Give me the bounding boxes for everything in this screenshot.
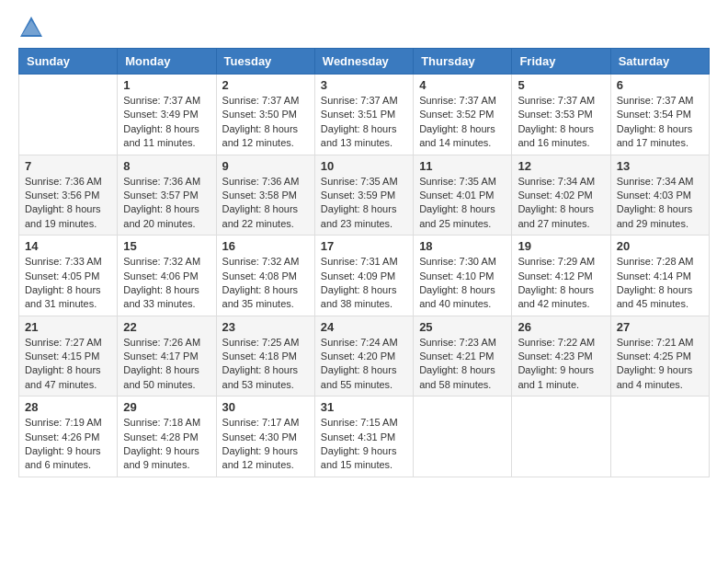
calendar-cell: 23Sunrise: 7:25 AM Sunset: 4:18 PM Dayli… (216, 316, 314, 396)
calendar-cell: 10Sunrise: 7:35 AM Sunset: 3:59 PM Dayli… (314, 155, 413, 236)
day-info: Sunrise: 7:18 AM Sunset: 4:28 PM Dayligh… (123, 416, 210, 473)
day-info: Sunrise: 7:34 AM Sunset: 4:02 PM Dayligh… (518, 175, 604, 232)
calendar-cell: 6Sunrise: 7:37 AM Sunset: 3:54 PM Daylig… (610, 75, 709, 155)
day-number: 20 (617, 239, 703, 253)
day-number: 10 (321, 159, 407, 173)
calendar-cell: 26Sunrise: 7:22 AM Sunset: 4:23 PM Dayli… (512, 316, 610, 396)
page-header (0, 0, 728, 48)
day-info: Sunrise: 7:37 AM Sunset: 3:51 PM Dayligh… (321, 94, 407, 151)
calendar-cell: 11Sunrise: 7:35 AM Sunset: 4:01 PM Dayli… (414, 155, 512, 236)
calendar-week-1: 1Sunrise: 7:37 AM Sunset: 3:49 PM Daylig… (19, 75, 710, 155)
day-number: 23 (222, 320, 309, 334)
calendar-cell: 19Sunrise: 7:29 AM Sunset: 4:12 PM Dayli… (512, 236, 610, 316)
calendar-cell: 5Sunrise: 7:37 AM Sunset: 3:53 PM Daylig… (512, 75, 610, 155)
day-number: 25 (419, 320, 506, 334)
calendar-cell: 18Sunrise: 7:30 AM Sunset: 4:10 PM Dayli… (414, 236, 512, 316)
day-info: Sunrise: 7:29 AM Sunset: 4:12 PM Dayligh… (518, 255, 604, 312)
day-info: Sunrise: 7:32 AM Sunset: 4:06 PM Dayligh… (123, 255, 210, 312)
day-number: 2 (222, 78, 309, 92)
day-number: 14 (25, 239, 111, 253)
day-number: 22 (123, 320, 210, 334)
day-info: Sunrise: 7:27 AM Sunset: 4:15 PM Dayligh… (25, 336, 111, 393)
day-number: 9 (222, 159, 309, 173)
calendar-cell: 29Sunrise: 7:18 AM Sunset: 4:28 PM Dayli… (118, 396, 216, 477)
day-number: 24 (321, 320, 407, 334)
calendar-cell (610, 396, 709, 477)
day-number: 17 (321, 239, 407, 253)
day-info: Sunrise: 7:37 AM Sunset: 3:50 PM Dayligh… (222, 94, 309, 151)
calendar-week-4: 21Sunrise: 7:27 AM Sunset: 4:15 PM Dayli… (19, 316, 710, 396)
day-number: 15 (123, 239, 210, 253)
calendar-week-2: 7Sunrise: 7:36 AM Sunset: 3:56 PM Daylig… (19, 155, 710, 236)
day-info: Sunrise: 7:19 AM Sunset: 4:26 PM Dayligh… (25, 416, 111, 473)
calendar-week-3: 14Sunrise: 7:33 AM Sunset: 4:05 PM Dayli… (19, 236, 710, 316)
day-number: 12 (518, 159, 604, 173)
day-number: 7 (25, 159, 111, 173)
day-info: Sunrise: 7:36 AM Sunset: 3:58 PM Dayligh… (222, 175, 309, 232)
day-number: 3 (321, 78, 407, 92)
calendar-body: 1Sunrise: 7:37 AM Sunset: 3:49 PM Daylig… (19, 75, 710, 477)
day-info: Sunrise: 7:23 AM Sunset: 4:21 PM Dayligh… (419, 336, 506, 393)
day-info: Sunrise: 7:30 AM Sunset: 4:10 PM Dayligh… (419, 255, 506, 312)
calendar-cell: 13Sunrise: 7:34 AM Sunset: 4:03 PM Dayli… (610, 155, 709, 236)
day-number: 27 (617, 320, 703, 334)
day-info: Sunrise: 7:35 AM Sunset: 3:59 PM Dayligh… (321, 175, 407, 232)
day-number: 28 (25, 400, 111, 414)
day-info: Sunrise: 7:32 AM Sunset: 4:08 PM Dayligh… (222, 255, 309, 312)
calendar-cell: 20Sunrise: 7:28 AM Sunset: 4:14 PM Dayli… (610, 236, 709, 316)
day-info: Sunrise: 7:37 AM Sunset: 3:52 PM Dayligh… (419, 94, 506, 151)
day-number: 1 (123, 78, 210, 92)
day-info: Sunrise: 7:31 AM Sunset: 4:09 PM Dayligh… (321, 255, 407, 312)
calendar-table: SundayMondayTuesdayWednesdayThursdayFrid… (18, 48, 710, 477)
calendar-cell: 22Sunrise: 7:26 AM Sunset: 4:17 PM Dayli… (118, 316, 216, 396)
day-info: Sunrise: 7:21 AM Sunset: 4:25 PM Dayligh… (617, 336, 703, 393)
weekday-header-wednesday: Wednesday (314, 49, 413, 75)
calendar-cell: 31Sunrise: 7:15 AM Sunset: 4:31 PM Dayli… (314, 396, 413, 477)
calendar-cell (19, 75, 118, 155)
calendar-container: SundayMondayTuesdayWednesdayThursdayFrid… (0, 48, 728, 487)
weekday-header-monday: Monday (118, 49, 216, 75)
day-number: 30 (222, 400, 309, 414)
day-number: 19 (518, 239, 604, 253)
calendar-cell: 17Sunrise: 7:31 AM Sunset: 4:09 PM Dayli… (314, 236, 413, 316)
day-number: 8 (123, 159, 210, 173)
weekday-header-friday: Friday (512, 49, 610, 75)
calendar-cell: 16Sunrise: 7:32 AM Sunset: 4:08 PM Dayli… (216, 236, 314, 316)
weekday-header-tuesday: Tuesday (216, 49, 314, 75)
calendar-cell: 3Sunrise: 7:37 AM Sunset: 3:51 PM Daylig… (314, 75, 413, 155)
weekday-header-row: SundayMondayTuesdayWednesdayThursdayFrid… (19, 49, 710, 75)
day-info: Sunrise: 7:15 AM Sunset: 4:31 PM Dayligh… (321, 416, 407, 473)
day-info: Sunrise: 7:33 AM Sunset: 4:05 PM Dayligh… (25, 255, 111, 312)
calendar-cell: 28Sunrise: 7:19 AM Sunset: 4:26 PM Dayli… (19, 396, 118, 477)
calendar-cell: 8Sunrise: 7:36 AM Sunset: 3:57 PM Daylig… (118, 155, 216, 236)
day-number: 4 (419, 78, 506, 92)
day-number: 6 (617, 78, 703, 92)
day-info: Sunrise: 7:37 AM Sunset: 3:53 PM Dayligh… (518, 94, 604, 151)
day-info: Sunrise: 7:28 AM Sunset: 4:14 PM Dayligh… (617, 255, 703, 312)
day-info: Sunrise: 7:24 AM Sunset: 4:20 PM Dayligh… (321, 336, 407, 393)
svg-marker-1 (22, 20, 40, 35)
calendar-cell: 9Sunrise: 7:36 AM Sunset: 3:58 PM Daylig… (216, 155, 314, 236)
day-info: Sunrise: 7:34 AM Sunset: 4:03 PM Dayligh… (617, 175, 703, 232)
calendar-cell: 15Sunrise: 7:32 AM Sunset: 4:06 PM Dayli… (118, 236, 216, 316)
day-number: 16 (222, 239, 309, 253)
day-number: 13 (617, 159, 703, 173)
calendar-cell: 2Sunrise: 7:37 AM Sunset: 3:50 PM Daylig… (216, 75, 314, 155)
logo (18, 15, 48, 40)
day-info: Sunrise: 7:26 AM Sunset: 4:17 PM Dayligh… (123, 336, 210, 393)
calendar-cell: 25Sunrise: 7:23 AM Sunset: 4:21 PM Dayli… (414, 316, 512, 396)
calendar-cell (512, 396, 610, 477)
calendar-cell: 21Sunrise: 7:27 AM Sunset: 4:15 PM Dayli… (19, 316, 118, 396)
calendar-cell (414, 396, 512, 477)
calendar-cell: 7Sunrise: 7:36 AM Sunset: 3:56 PM Daylig… (19, 155, 118, 236)
day-number: 18 (419, 239, 506, 253)
calendar-cell: 4Sunrise: 7:37 AM Sunset: 3:52 PM Daylig… (414, 75, 512, 155)
calendar-cell: 27Sunrise: 7:21 AM Sunset: 4:25 PM Dayli… (610, 316, 709, 396)
calendar-cell: 30Sunrise: 7:17 AM Sunset: 4:30 PM Dayli… (216, 396, 314, 477)
calendar-cell: 24Sunrise: 7:24 AM Sunset: 4:20 PM Dayli… (314, 316, 413, 396)
day-number: 21 (25, 320, 111, 334)
day-info: Sunrise: 7:36 AM Sunset: 3:57 PM Dayligh… (123, 175, 210, 232)
day-info: Sunrise: 7:37 AM Sunset: 3:49 PM Dayligh… (123, 94, 210, 151)
day-number: 29 (123, 400, 210, 414)
logo-icon (18, 15, 44, 40)
